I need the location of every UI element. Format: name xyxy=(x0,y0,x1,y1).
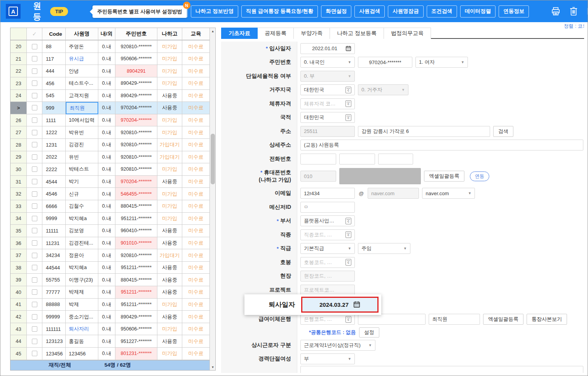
calendar-icon[interactable] xyxy=(345,45,351,51)
table-row[interactable]: 271222박유빈0.내920810-*******미가입미수료 xyxy=(10,126,209,139)
cell-name[interactable]: 박지혜a xyxy=(66,262,98,274)
table-row[interactable]: 451234561234560.내801231-*******미가입미수료 xyxy=(10,348,209,360)
join-date-input[interactable]: 2022.01.01 xyxy=(300,43,355,54)
email-id-input[interactable]: 12r434 xyxy=(300,188,355,199)
zip-code-input[interactable]: 25511 xyxy=(300,126,355,137)
table-row[interactable]: 336666김철수0.내880415-*******미가입미수료 xyxy=(10,200,209,213)
tip-tooltip[interactable]: 주민등록번호 별표 사용여부 설정방법 N xyxy=(92,5,187,18)
table-row[interactable]: 26111110에서입력0.내970204-*******미가입미수료 xyxy=(10,114,209,127)
tab-dependents[interactable]: 부양가족 xyxy=(294,28,330,39)
table-row[interactable]: 314544박기0.내970204-*******사용중미수료 xyxy=(10,176,209,188)
worker-type-select[interactable]: 근로계약1년이상(정규직)▼ xyxy=(300,340,375,351)
phone-input-2[interactable] xyxy=(339,154,375,164)
tab-basic-info[interactable]: 기초자료 xyxy=(221,28,258,39)
mobile-prefix-input[interactable]: 010 xyxy=(300,171,336,182)
scroll-up-icon[interactable]: ▲ xyxy=(210,28,216,34)
cell-name[interactable]: 고객지원 xyxy=(66,90,98,102)
nationality-input[interactable]: 대한민국c xyxy=(300,112,355,123)
row-checkbox[interactable] xyxy=(32,130,37,135)
department-input[interactable]: 플랫폼사업…c xyxy=(300,215,355,226)
code-search-icon[interactable]: c xyxy=(345,87,351,93)
cell-name[interactable]: 유빈 xyxy=(66,151,98,164)
address-detail-input[interactable]: (교동) 사원등록 xyxy=(300,140,583,150)
phone-input-3[interactable] xyxy=(378,154,413,164)
cell-name[interactable]: 정윤아 xyxy=(66,249,98,262)
cell-name[interactable]: 박테스트 xyxy=(66,163,98,176)
header-edu[interactable]: 교육 xyxy=(182,28,209,40)
row-checkbox[interactable] xyxy=(32,351,37,356)
bankbook-copy-button[interactable]: 통장사본보기 xyxy=(527,314,567,325)
toolbar-button-screen-settings[interactable]: 화면설정 xyxy=(321,5,351,17)
cell-name[interactable]: 김경진 xyxy=(66,139,98,151)
row-checkbox[interactable] xyxy=(32,154,37,160)
bottom-wide-input[interactable] xyxy=(300,366,583,373)
calculator-icon[interactable] xyxy=(586,5,588,17)
table-row[interactable]: 4299999중소기업...0.내890429-*******사용중미수료 xyxy=(10,311,209,323)
bank-excel-bulk-button[interactable]: 엑셀일괄등록 xyxy=(483,314,523,325)
mobile-number-masked[interactable] xyxy=(339,168,421,184)
email-domain-select[interactable]: naver.com▼ xyxy=(422,188,475,199)
table-row[interactable]: 3844544박지혜a0.내951211-*******사용중미수료 xyxy=(10,262,209,274)
header-name[interactable]: 사원명 xyxy=(66,28,98,40)
toolbar-button-employee-search[interactable]: 사원검색 xyxy=(354,5,385,17)
stay-status-input[interactable]: 체류자격 코…c xyxy=(300,98,355,109)
row-checkbox[interactable] xyxy=(32,80,37,86)
row-checkbox[interactable] xyxy=(32,289,37,295)
code-search-icon[interactable]: c xyxy=(345,259,351,266)
cell-name[interactable]: 퇴사자리 xyxy=(66,323,98,336)
link-status-pill[interactable]: 연동 xyxy=(470,171,489,181)
cell-name[interactable]: 주영돈 xyxy=(66,40,98,53)
job-type-input[interactable]: 직종코드, …c xyxy=(300,229,355,240)
table-row[interactable]: 349999박지혜a0.내951211-*******미가입미수료 xyxy=(10,213,209,225)
table-row[interactable]: 4188888박제0.내951211-*******미가입미수료 xyxy=(10,299,209,311)
table-row[interactable]: 3734234정윤아0.내920810-*******가입대기미수료 xyxy=(10,249,209,262)
messenger-id-input[interactable]: ㅁ xyxy=(300,202,355,213)
cell-name[interactable]: 신규 xyxy=(66,188,98,200)
table-row[interactable]: 23456테스트수...0.내890429-*******미가입미수료 xyxy=(10,77,209,90)
row-checkbox[interactable] xyxy=(32,93,37,98)
site-input[interactable]: 현장코드, … xyxy=(300,271,355,282)
code-search-icon[interactable]: c xyxy=(345,114,351,121)
cell-name[interactable]: 중소기업... xyxy=(66,311,98,323)
code-search-icon[interactable]: c xyxy=(345,218,351,224)
address-input[interactable]: 강원 강릉시 가작로 6 xyxy=(358,126,490,137)
jumin-nationality-select[interactable]: 0. 내국인▼ xyxy=(300,57,355,68)
code-search-icon[interactable]: c xyxy=(345,231,351,238)
scroll-down-icon[interactable]: ▼ xyxy=(210,364,216,370)
table-row[interactable]: 21117유시급0.내950606-*******미가입미수료 xyxy=(10,53,209,65)
grade-group-select[interactable]: 기본직급▼ xyxy=(300,243,355,254)
cell-name[interactable]: 김보영 xyxy=(66,225,98,237)
table-scrollbar[interactable]: ▲ ▼ xyxy=(209,28,215,370)
excel-bulk-upload-button[interactable]: 엑셀일괄등록 xyxy=(424,171,464,182)
jumin-gender-select[interactable]: 1. 여자▼ xyxy=(415,57,468,68)
cell-name[interactable]: 이맹구(23) xyxy=(66,274,98,286)
table-row[interactable]: 22444안녕0.내8904291미가입미수료 xyxy=(10,65,209,77)
phone-input-1[interactable] xyxy=(300,154,336,164)
leave-date-input[interactable]: 2024.03.27 xyxy=(301,297,379,313)
header-inout[interactable]: 내/외 xyxy=(98,28,115,40)
row-checkbox[interactable] xyxy=(32,240,37,246)
row-checkbox[interactable] xyxy=(32,326,37,332)
toolbar-button-link-info[interactable]: 연동정보 xyxy=(499,5,529,17)
table-row[interactable]: 24545고객지원0.내890429-*******사용중미수료 xyxy=(10,90,209,102)
row-checkbox[interactable] xyxy=(32,277,37,283)
cell-name[interactable]: 안녕 xyxy=(66,65,98,77)
scrollbar-thumb[interactable] xyxy=(211,134,215,184)
cell-name[interactable]: 123456 xyxy=(66,348,98,360)
jumin-number-input[interactable]: 970204-******* xyxy=(358,57,412,68)
residence-country-input[interactable]: 대한민국c xyxy=(300,84,355,95)
toolbar-button-salary-account[interactable]: 직원 급여통장 등록요청/현황 xyxy=(241,5,318,17)
bank-code-input[interactable]: 은행코드, …c xyxy=(300,314,355,325)
header-checkbox[interactable]: ✓ xyxy=(27,28,42,40)
cell-name[interactable]: 유시급 xyxy=(66,53,98,65)
toolbar-button-name-lock[interactable]: 사원명잠금 xyxy=(388,5,424,17)
code-search-icon[interactable]: c xyxy=(345,100,351,107)
single-tax-select[interactable]: 0. 부▼ xyxy=(300,71,355,82)
row-checkbox[interactable] xyxy=(32,216,37,221)
cell-name[interactable]: 10에서입력 xyxy=(66,114,98,127)
row-checkbox[interactable] xyxy=(32,265,37,270)
email-domain-input[interactable]: naver.com xyxy=(368,188,419,199)
bank-account-input[interactable] xyxy=(358,314,426,325)
header-nahago[interactable]: 나하고 xyxy=(157,28,182,40)
table-row[interactable]: 302222박테스트0.내920810-*******미가입미수료 xyxy=(10,163,209,176)
